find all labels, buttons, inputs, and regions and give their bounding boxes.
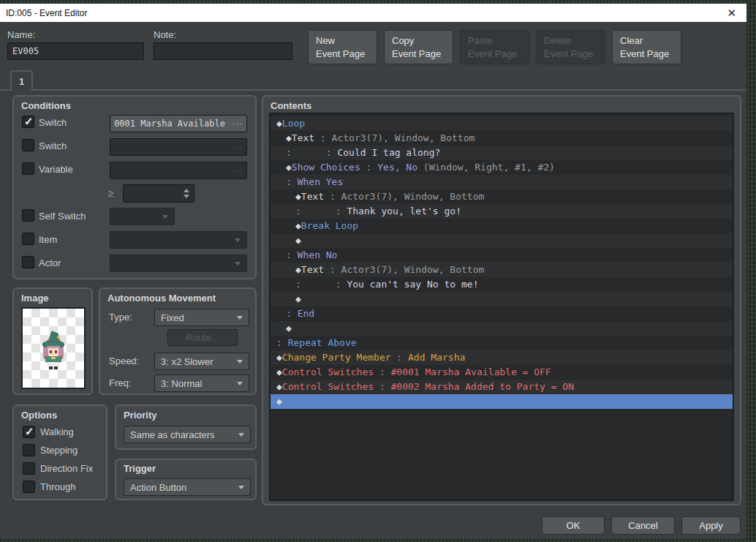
switch2-value-field: ··· xyxy=(110,138,247,156)
item-checkbox[interactable] xyxy=(22,233,34,245)
chevron-down-icon xyxy=(238,486,244,489)
event-command-row[interactable]: : : Thank you, let's go! xyxy=(271,204,733,219)
movement-freq-select[interactable]: 3: Normal xyxy=(154,374,249,392)
options-title: Options xyxy=(21,410,57,421)
command-segment: ◆ xyxy=(276,366,282,377)
event-command-row[interactable]: ◆ xyxy=(271,394,733,409)
command-segment: : xyxy=(374,381,390,392)
movement-freq-value: 3: Normal xyxy=(161,378,237,389)
switch2-label: Switch xyxy=(39,140,67,151)
event-command-row[interactable]: : : You can't say No to me! xyxy=(271,277,733,292)
copy-event-page-button[interactable]: CopyEvent Page xyxy=(384,30,453,64)
command-segment: : Actor3(7), Window, Bottom xyxy=(324,191,484,202)
option-stepping-checkbox[interactable] xyxy=(23,444,35,456)
command-segment: : xyxy=(286,249,298,260)
priority-select[interactable]: Same as characters xyxy=(124,426,251,443)
command-segment: Yes, No xyxy=(377,162,417,173)
button-label-line: Event Page xyxy=(316,48,377,61)
option-walking-label: Walking xyxy=(40,426,74,437)
button-label-line: Event Page xyxy=(620,48,681,61)
switch1-label: Switch xyxy=(39,117,67,128)
button-label-line: Event Page xyxy=(392,48,453,61)
switch1-checkbox[interactable] xyxy=(22,116,34,128)
cancel-button[interactable]: Cancel xyxy=(611,516,675,535)
event-command-row[interactable]: ◆ xyxy=(271,292,733,306)
event-command-row[interactable]: ◆Control Switches : #0002 Marsha Added t… xyxy=(271,380,733,394)
command-segment: Add Marsha xyxy=(408,352,465,363)
option-through-label: Through xyxy=(40,481,75,492)
movement-speed-select[interactable]: 3: x2 Slower xyxy=(154,353,249,370)
actor-checkbox[interactable] xyxy=(22,256,34,268)
command-segment: ◆ xyxy=(276,396,282,407)
image-group: Image xyxy=(12,287,93,395)
variable-browse-icon: ··· xyxy=(229,165,246,176)
option-direction-fix[interactable]: Direction Fix xyxy=(23,462,93,475)
option-direction-fix-label: Direction Fix xyxy=(40,463,93,474)
option-stepping[interactable]: Stepping xyxy=(23,444,78,456)
command-segment: #0002 Marsha Added to Party = ON xyxy=(391,381,574,392)
switch1-value-field[interactable]: 0001 Marsha Available ··· xyxy=(110,115,247,132)
event-command-row[interactable]: ◆Loop xyxy=(271,116,733,131)
command-segment: ◆ xyxy=(295,293,301,304)
event-command-row[interactable]: ◆Break Loop xyxy=(271,219,733,233)
event-command-row[interactable]: ◆Show Choices : Yes, No (Window, Right, … xyxy=(271,160,733,175)
movement-group: Autonomous Movement Type: Fixed Route...… xyxy=(99,287,257,395)
switch1-value: 0001 Marsha Available xyxy=(110,118,229,129)
actor-label: Actor xyxy=(39,257,61,268)
self-switch-label: Self Switch xyxy=(39,211,86,222)
command-segment: ◆Text xyxy=(295,191,324,202)
character-image-picker[interactable] xyxy=(21,307,86,389)
switch1-browse-icon[interactable]: ··· xyxy=(229,118,246,129)
button-label-line: Clear xyxy=(620,34,681,48)
event-command-row[interactable]: ◆Text : Actor3(7), Window, Bottom xyxy=(271,263,733,277)
switch2-checkbox[interactable] xyxy=(22,139,34,151)
conditions-title: Conditions xyxy=(21,100,71,111)
event-command-row[interactable]: ◆Change Party Member : Add Marsha xyxy=(271,350,733,365)
event-command-row[interactable]: : Repeat Above xyxy=(271,336,733,350)
command-segment: ◆Text xyxy=(295,264,324,275)
command-segment: : Actor3(7), Window, Bottom xyxy=(324,264,484,275)
tab-page-1[interactable]: 1 xyxy=(10,70,33,91)
type-label: Type: xyxy=(109,312,132,323)
variable-value-field: ··· xyxy=(110,162,247,179)
actor-select xyxy=(110,255,247,272)
event-command-row[interactable]: ◆ xyxy=(271,321,733,336)
option-walking[interactable]: Walking xyxy=(23,426,74,438)
event-command-row[interactable]: : When No xyxy=(271,248,733,263)
command-segment: ◆ xyxy=(295,235,301,246)
name-input[interactable] xyxy=(7,42,144,60)
event-command-row[interactable]: ◆ xyxy=(271,233,733,248)
options-group: Options WalkingSteppingDirection FixThro… xyxy=(12,404,107,500)
name-label: Name: xyxy=(7,29,35,40)
variable-checkbox[interactable] xyxy=(22,162,34,175)
chevron-down-icon xyxy=(238,433,244,437)
apply-button[interactable]: Apply xyxy=(681,516,741,535)
option-walking-checkbox[interactable] xyxy=(23,426,35,438)
event-command-row[interactable]: ◆Text : Actor3(7), Window, Bottom xyxy=(271,189,733,204)
event-command-row[interactable]: : When Yes xyxy=(271,175,733,189)
command-segment: When Yes xyxy=(298,176,344,187)
ok-button[interactable]: OK xyxy=(542,516,605,535)
clear-event-page-button[interactable]: ClearEvent Page xyxy=(612,30,681,64)
movement-type-select[interactable]: Fixed xyxy=(154,309,249,326)
event-command-row[interactable]: : : Could I tag along? xyxy=(271,146,733,160)
command-segment: #0001 Marsha Available = OFF xyxy=(391,366,551,377)
option-direction-fix-checkbox[interactable] xyxy=(23,462,35,475)
self-switch-select xyxy=(110,208,175,225)
character-sprite xyxy=(36,325,71,372)
trigger-select[interactable]: Action Button xyxy=(124,478,251,496)
contents-title: Contents xyxy=(271,100,311,111)
command-segment: : xyxy=(276,337,288,348)
event-command-row[interactable]: ◆Control Switches : #0001 Marsha Availab… xyxy=(271,365,733,380)
event-command-row[interactable]: : End xyxy=(271,306,733,321)
self-switch-checkbox[interactable] xyxy=(22,209,34,222)
command-segment: ◆ xyxy=(295,220,301,231)
item-select xyxy=(110,231,247,249)
event-command-row[interactable]: ◆Text : Actor3(7), Window, Bottom xyxy=(271,131,733,146)
note-input[interactable] xyxy=(154,42,292,60)
new-event-page-button[interactable]: NewEvent Page xyxy=(308,30,377,64)
option-through-checkbox[interactable] xyxy=(23,481,35,493)
option-through[interactable]: Through xyxy=(23,481,75,493)
paste-event-page-button: PasteEvent Page xyxy=(460,30,529,64)
close-icon[interactable]: ✕ xyxy=(722,7,741,20)
